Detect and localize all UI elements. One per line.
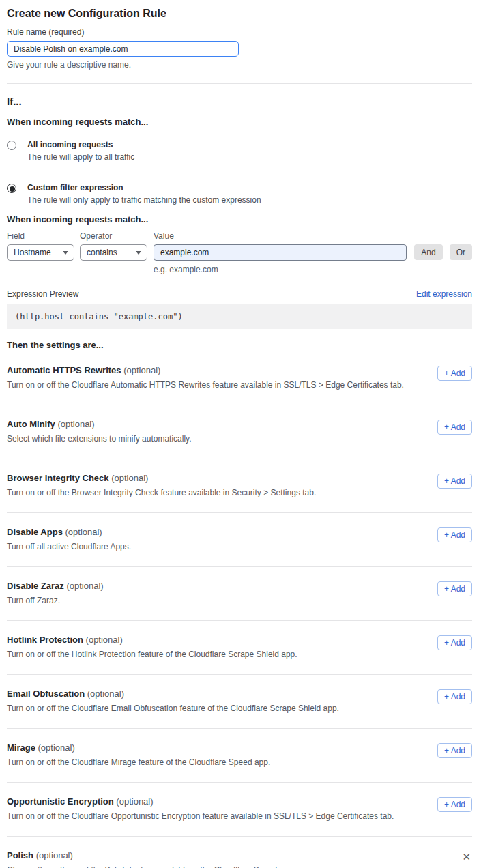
expression-preview-code: (http.host contains "example.com") bbox=[7, 304, 472, 329]
setting-item: Email Obfuscation (optional) Turn on or … bbox=[7, 675, 472, 729]
radio-button-icon[interactable] bbox=[7, 184, 16, 193]
setting-name: Email Obfuscation bbox=[7, 689, 85, 699]
setting-item: Auto Minify (optional) Select which file… bbox=[7, 405, 472, 459]
operator-select[interactable]: contains bbox=[80, 244, 147, 261]
setting-name: Polish bbox=[7, 850, 33, 860]
then-settings-heading: Then the settings are... bbox=[7, 340, 472, 350]
radio-option-description: The rule will apply to all traffic bbox=[27, 152, 134, 162]
operator-select-value: contains bbox=[87, 248, 117, 257]
condition-row: Field Hostname Operator contains Value e… bbox=[7, 231, 472, 274]
setting-name: Disable Apps bbox=[7, 527, 63, 537]
field-label: Field bbox=[7, 231, 74, 241]
setting-name: Opportunistic Encryption bbox=[7, 796, 114, 807]
value-input[interactable] bbox=[154, 244, 407, 261]
setting-name: Browser Integrity Check bbox=[7, 473, 109, 483]
or-button[interactable]: Or bbox=[450, 244, 472, 260]
chevron-down-icon bbox=[136, 251, 141, 255]
setting-item: Mirage (optional) Turn on or off the Clo… bbox=[7, 729, 472, 783]
setting-name: Disable Zaraz bbox=[7, 581, 64, 591]
setting-name: Hotlink Protection bbox=[7, 635, 83, 645]
expression-preview-label: Expression Preview bbox=[7, 289, 78, 299]
radio-option-label: All incoming requests bbox=[27, 140, 134, 149]
section-divider bbox=[7, 83, 472, 84]
field-select-value: Hostname bbox=[14, 248, 51, 257]
setting-description: Turn on or off the Browser Integrity Che… bbox=[7, 488, 429, 497]
setting-optional-suffix: (optional) bbox=[57, 419, 94, 429]
setting-item: Disable Zaraz (optional) Turn off Zaraz.… bbox=[7, 567, 472, 621]
if-heading: If... bbox=[7, 96, 472, 107]
setting-optional-suffix: (optional) bbox=[65, 527, 102, 537]
rule-name-help: Give your rule a descriptive name. bbox=[7, 60, 472, 70]
setting-name: Automatic HTTPS Rewrites bbox=[7, 365, 121, 375]
add-setting-button[interactable]: + Add bbox=[437, 797, 472, 812]
setting-description: Turn off all active Cloudflare Apps. bbox=[7, 542, 429, 551]
chevron-down-icon bbox=[63, 251, 68, 255]
setting-description: Turn on or off the Cloudflare Opportunis… bbox=[7, 811, 429, 821]
and-button[interactable]: And bbox=[414, 244, 442, 260]
field-select[interactable]: Hostname bbox=[7, 244, 74, 261]
operator-label: Operator bbox=[80, 231, 147, 241]
edit-expression-link[interactable]: Edit expression bbox=[416, 289, 472, 299]
setting-description: Turn on or off the Cloudflare Automatic … bbox=[7, 380, 429, 390]
setting-optional-suffix: (optional) bbox=[111, 473, 148, 483]
add-setting-button[interactable]: + Add bbox=[437, 420, 472, 435]
setting-optional-suffix: (optional) bbox=[116, 796, 153, 807]
request-match-radio-group: All incoming requests The rule will appl… bbox=[7, 140, 472, 205]
radio-button-icon[interactable] bbox=[7, 141, 16, 150]
radio-option-description: The rule will only apply to traffic matc… bbox=[27, 195, 261, 205]
setting-optional-suffix: (optional) bbox=[123, 365, 160, 375]
rule-name-label: Rule name (required) bbox=[7, 27, 472, 37]
setting-name: Mirage bbox=[7, 742, 35, 753]
add-setting-button[interactable]: + Add bbox=[437, 635, 472, 650]
radio-option-label: Custom filter expression bbox=[27, 183, 261, 192]
add-setting-button[interactable]: + Add bbox=[437, 743, 472, 758]
setting-name: Auto Minify bbox=[7, 419, 55, 429]
setting-item: Automatic HTTPS Rewrites (optional) Turn… bbox=[7, 351, 472, 405]
setting-optional-suffix: (optional) bbox=[36, 850, 73, 860]
setting-description: Turn off Zaraz. bbox=[7, 596, 429, 605]
setting-item: Disable Apps (optional) Turn off all act… bbox=[7, 513, 472, 567]
incoming-requests-match-heading: When incoming requests match... bbox=[7, 117, 472, 127]
rule-name-input[interactable] bbox=[7, 41, 239, 57]
setting-description: Turn on or off the Cloudflare Email Obfu… bbox=[7, 704, 429, 713]
setting-item: Opportunistic Encryption (optional) Turn… bbox=[7, 783, 472, 837]
value-help: e.g. example.com bbox=[154, 265, 407, 274]
radio-option-custom-filter-expression[interactable]: Custom filter expression The rule will o… bbox=[7, 183, 472, 205]
page-title: Create new Configuration Rule bbox=[7, 6, 472, 20]
setting-optional-suffix: (optional) bbox=[86, 635, 123, 645]
setting-item: Hotlink Protection (optional) Turn on or… bbox=[7, 621, 472, 675]
polish-setting-section: Polish (optional) Change the settings of… bbox=[7, 837, 472, 868]
setting-optional-suffix: (optional) bbox=[38, 742, 75, 753]
settings-list: Automatic HTTPS Rewrites (optional) Turn… bbox=[7, 351, 472, 837]
close-icon[interactable]: ✕ bbox=[461, 850, 472, 863]
radio-option-all-incoming-requests[interactable]: All incoming requests The rule will appl… bbox=[7, 140, 472, 162]
add-setting-button[interactable]: + Add bbox=[437, 581, 472, 596]
setting-item: Browser Integrity Check (optional) Turn … bbox=[7, 459, 472, 513]
add-setting-button[interactable]: + Add bbox=[437, 366, 472, 381]
create-configuration-rule-page: Create new Configuration Rule Rule name … bbox=[0, 0, 481, 868]
add-setting-button[interactable]: + Add bbox=[437, 689, 472, 704]
setting-optional-suffix: (optional) bbox=[66, 581, 103, 591]
add-setting-button[interactable]: + Add bbox=[437, 474, 472, 489]
add-setting-button[interactable]: + Add bbox=[437, 527, 472, 542]
setting-description: Select which file extensions to minify a… bbox=[7, 434, 429, 444]
setting-description: Change the settings of the Polish featur… bbox=[7, 865, 461, 868]
setting-optional-suffix: (optional) bbox=[87, 689, 124, 699]
setting-description: Turn on or off the Cloudflare Mirage fea… bbox=[7, 757, 429, 767]
setting-description: Turn on or off the Hotlink Protection fe… bbox=[7, 650, 429, 659]
value-label: Value bbox=[154, 231, 407, 241]
matcher-heading: When incoming requests match... bbox=[7, 214, 472, 225]
